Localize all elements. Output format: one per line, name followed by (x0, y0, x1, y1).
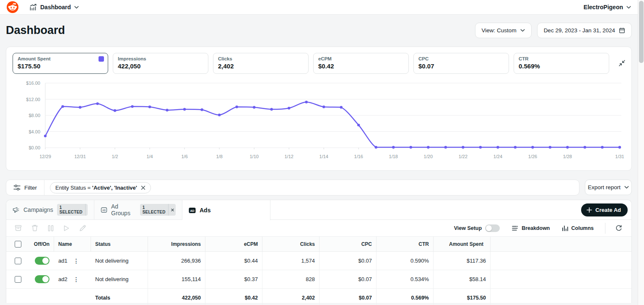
account-menu[interactable]: ElectroPigeon (584, 4, 631, 10)
date-range-button[interactable]: Dec 29, 2023 - Jan 31, 2024 (537, 23, 632, 38)
cell-clicks: 828 (262, 270, 319, 288)
reddit-logo[interactable] (7, 1, 18, 13)
breakdown-button[interactable]: Breakdown (509, 225, 553, 231)
tab-ads[interactable]: AD Ads (182, 200, 270, 220)
edit-icon[interactable] (79, 224, 86, 232)
ad-on-off-toggle[interactable] (35, 275, 49, 283)
select-all-checkbox[interactable] (15, 241, 21, 248)
tab-campaigns[interactable]: Campaigns 1 SELECTED (6, 200, 94, 219)
svg-text:1/8: 1/8 (216, 154, 223, 159)
columns-icon (562, 225, 568, 231)
column-header-ecpm[interactable]: eCPM (205, 237, 262, 251)
svg-text:AD: AD (190, 209, 194, 212)
play-icon[interactable] (63, 225, 70, 232)
column-header-off-on[interactable]: Off/On (30, 237, 54, 251)
breakdown-icon (512, 225, 518, 231)
pause-icon[interactable] (48, 225, 54, 232)
svg-text:AD: AD (102, 209, 106, 211)
cell-clicks: 1,574 (262, 252, 319, 270)
divider (44, 180, 44, 196)
collapse-chart-icon[interactable] (618, 60, 626, 68)
column-header-status[interactable]: Status (91, 237, 148, 251)
cell-ecpm: $0.44 (205, 252, 262, 270)
account-name: ElectroPigeon (584, 4, 623, 10)
ad-on-off-toggle[interactable] (35, 257, 49, 265)
row-menu-icon[interactable]: ⋮ (73, 276, 79, 282)
svg-text:1/20: 1/20 (424, 154, 433, 159)
metric-value: 422,050 (118, 63, 203, 70)
view-selector-button[interactable]: View: Custom (475, 23, 532, 38)
breakdown-label: Breakdown (522, 225, 550, 231)
svg-text:12/29: 12/29 (39, 154, 51, 159)
spend-line-chart[interactable]: $0.00$4.00$8.00$12.00$16.0012/2912/311/2… (13, 79, 625, 163)
tab-label: Ads (200, 207, 210, 214)
calendar-icon (619, 27, 625, 34)
totals-cpc: $0.07 (319, 289, 377, 305)
metric-cards: Amount Spent $175.50 Impressions 422,050… (13, 53, 625, 74)
metric-card-cpc[interactable]: CPC $0.07 (413, 53, 509, 74)
scrollbar-thumb[interactable] (639, 1, 644, 63)
table-totals-row: Totals 422,050 $0.42 2,402 $0.07 0.569% … (6, 289, 631, 305)
column-header-clicks[interactable]: Clicks (262, 237, 319, 251)
svg-text:$16.00: $16.00 (26, 81, 40, 86)
columns-button[interactable]: Columns (559, 225, 597, 231)
refresh-icon[interactable] (614, 224, 624, 232)
row-menu-icon[interactable]: ⋮ (73, 258, 79, 264)
ad-name[interactable]: ad2 (58, 276, 68, 282)
entity-tabs: Campaigns 1 SELECTED AD Ad Groups (6, 200, 631, 220)
page-scrollbar[interactable] (638, 0, 644, 305)
metric-card-ecpm[interactable]: eCPM $0.42 (313, 53, 409, 74)
metric-label: eCPM (318, 56, 404, 61)
chevron-down-icon (520, 29, 525, 32)
plus-icon (587, 207, 592, 213)
remove-filter-icon[interactable] (141, 185, 145, 190)
metric-card-impressions[interactable]: Impressions 422,050 (113, 53, 208, 74)
row-checkbox[interactable] (15, 276, 21, 283)
metric-label: Amount Spent (18, 56, 103, 61)
ad-name[interactable]: ad1 (58, 258, 68, 264)
nav-section-switcher[interactable]: Dashboard (29, 3, 79, 11)
cell-ctr: 0.534% (377, 270, 434, 288)
metric-card-clicks[interactable]: Clicks 2,402 (213, 53, 309, 74)
page-header: Dashboard View: Custom Dec 29, 2023 - Ja… (0, 15, 638, 47)
table-row-ad1: ad1 ⋮ Not delivering 266,936 $0.44 1,574… (6, 252, 631, 270)
clear-selection-icon[interactable] (85, 204, 88, 216)
performance-chart-card: Amount Spent $175.50 Impressions 422,050… (6, 47, 632, 171)
metric-card-amount-spent[interactable]: Amount Spent $175.50 (13, 53, 108, 74)
svg-text:1/24: 1/24 (493, 154, 502, 159)
view-setup-toggle[interactable] (485, 224, 500, 232)
archive-icon[interactable] (15, 224, 22, 232)
filter-chip-text: Entity Status = 'Active', 'Inactive' (55, 185, 137, 191)
totals-clicks: 2,402 (262, 289, 319, 305)
tab-ad-groups[interactable]: AD Ad Groups 1 SELECTED (94, 200, 182, 219)
cell-impressions: 266,936 (148, 252, 205, 270)
ads-manager-page: Dashboard ElectroPigeon Dashboard View: … (0, 0, 638, 305)
cell-amount-spent: $58.14 (434, 270, 491, 288)
page-title: Dashboard (6, 24, 475, 37)
cell-impressions: 155,114 (148, 270, 205, 288)
column-header-amount-spent[interactable]: Amount Spent (434, 237, 491, 251)
create-ad-button[interactable]: Create Ad (581, 203, 628, 216)
column-header-cpc[interactable]: CPC (319, 237, 377, 251)
export-report-button[interactable]: Export report (585, 180, 632, 195)
row-checkbox[interactable] (15, 258, 21, 264)
filter-button[interactable]: Filter (6, 180, 44, 195)
column-header-name[interactable]: Name (54, 237, 91, 251)
campaigns-selected-badge: 1 SELECTED (57, 204, 88, 216)
svg-text:1/12: 1/12 (285, 154, 293, 159)
filter-chip-entity-status[interactable]: Entity Status = 'Active', 'Inactive' (50, 182, 151, 193)
bulk-actions (15, 224, 86, 232)
table-header-row: Off/On Name Status Impressions eCPM Clic… (6, 237, 631, 252)
metric-label: Impressions (118, 56, 203, 61)
megaphone-icon (13, 207, 20, 213)
svg-text:1/18: 1/18 (389, 154, 398, 159)
svg-text:1/26: 1/26 (528, 154, 537, 159)
clear-selection-icon[interactable] (168, 204, 176, 216)
delete-icon[interactable] (31, 224, 38, 232)
column-header-impressions[interactable]: Impressions (148, 237, 205, 251)
metric-value: $0.07 (418, 63, 504, 70)
ad-group-icon: AD (101, 207, 107, 213)
ad-status: Not delivering (91, 252, 148, 270)
column-header-ctr[interactable]: CTR (377, 237, 434, 251)
metric-card-ctr[interactable]: CTR 0.569% (514, 53, 609, 74)
